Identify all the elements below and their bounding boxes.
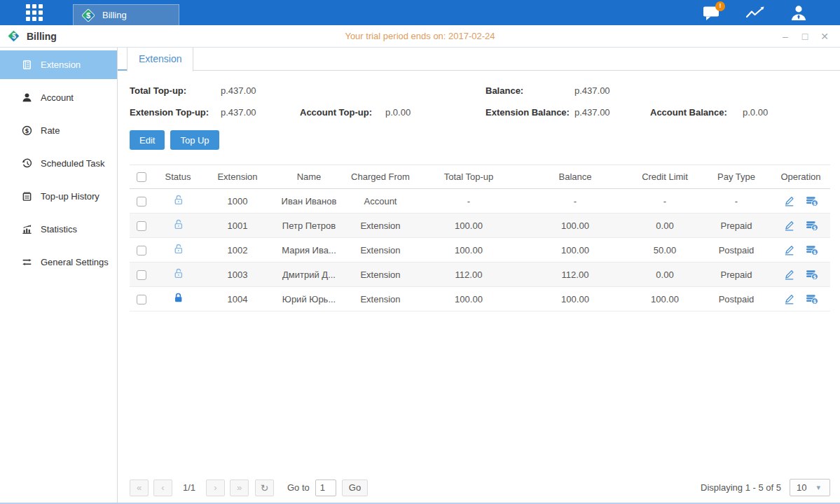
go-button[interactable]: Go [342,479,368,496]
billing-app-tab[interactable]: $ Billing [73,4,179,25]
sidebar-item-general-settings[interactable]: General Settings [0,248,117,276]
svg-text:$: $ [813,250,817,255]
top-up-coins-icon[interactable]: $ [806,220,818,231]
sidebar-item-label: Scheduled Task [41,158,105,169]
cell-charged-from: Extension [345,270,415,280]
row-checkbox[interactable] [137,270,146,280]
edit-pencil-icon[interactable] [783,293,795,305]
row-checkbox[interactable] [137,197,146,206]
messages-icon[interactable]: ! [703,5,721,21]
notepad-icon [21,191,32,202]
refresh-icon[interactable]: ↻ [255,479,274,496]
extensions-table: StatusExtensionNameCharged FromTotal Top… [130,164,830,312]
column-header-operation: Operation [771,172,830,182]
page-size-value: 10 [797,482,806,493]
top-up-coins-icon[interactable]: $ [806,269,818,280]
cell-name: Юрий Юрь... [273,294,345,304]
notification-badge: ! [715,1,725,11]
cell-charged-from: Extension [345,245,415,255]
sidebar-item-scheduled-task[interactable]: Scheduled Task [0,149,117,178]
sidebar-item-rate[interactable]: $Rate [0,116,117,145]
cell-total-topup: 100.00 [415,220,522,231]
sidebar: ExtensionAccount$RateScheduled TaskTop-u… [0,48,118,503]
cell-name: Мария Ива... [273,245,345,255]
cell-credit-limit: 0.00 [628,270,701,280]
unlocked-icon [172,267,184,279]
cell-balance: 100.00 [522,294,628,304]
tab-strip: Extension [118,48,840,71]
account-topup-value: p.0.00 [385,107,486,118]
tab-extension[interactable]: Extension [127,48,193,71]
row-checkbox[interactable] [137,295,146,304]
sidebar-item-statistics[interactable]: Statistics [0,215,117,244]
select-all-checkbox[interactable] [137,172,146,182]
total-topup-value: p.437.00 [221,85,300,96]
column-header-pay-type: Pay Type [701,172,771,182]
edit-pencil-icon[interactable] [783,244,795,256]
extension-topup-value: p.437.00 [221,107,300,118]
cell-charged-from: Extension [345,220,415,231]
displaying-count: Displaying 1 - 5 of 5 [701,482,781,493]
sidebar-item-top-up-history[interactable]: Top-up History [0,182,117,211]
coin-icon: $ [21,125,32,136]
top-bar: $ Billing ! [0,0,840,25]
svg-text:$: $ [813,225,817,231]
chevron-down-icon: ▾ [816,483,820,492]
unlocked-icon [172,194,184,206]
prev-page-button[interactable]: ‹ [153,479,172,496]
top-up-button[interactable]: Top Up [170,130,219,150]
column-header-credit-limit: Credit Limit [628,172,701,182]
cell-total-topup: - [415,196,522,206]
balance-value: p.437.00 [574,85,650,96]
sidebar-item-label: General Settings [41,257,109,267]
cell-extension: 1004 [202,294,273,304]
row-checkbox[interactable] [137,221,146,231]
top-up-coins-icon[interactable]: $ [806,195,818,206]
minimize-icon[interactable]: – [780,31,791,42]
apps-grid-icon[interactable] [26,4,43,21]
cell-credit-limit: 50.00 [628,245,701,255]
top-up-coins-icon[interactable]: $ [806,244,818,255]
cell-pay-type: Prepaid [701,220,771,231]
unlocked-icon [172,243,184,255]
cell-charged-from: Extension [345,294,415,304]
edit-pencil-icon[interactable] [783,195,795,207]
maximize-icon[interactable]: □ [799,31,811,42]
balance-label: Balance: [486,85,574,96]
reports-chart-icon[interactable] [745,5,765,21]
sidebar-item-label: Account [41,92,74,103]
svg-text:$: $ [813,274,817,280]
column-header-name: Name [273,172,345,182]
cell-name: Дмитрий Д... [273,270,345,280]
edit-pencil-icon[interactable] [783,220,795,232]
row-checkbox[interactable] [137,246,146,255]
goto-label: Go to [287,482,310,493]
edit-button[interactable]: Edit [130,130,165,150]
page-size-select[interactable]: 10 ▾ [790,479,830,496]
cell-extension: 1001 [202,220,273,231]
sidebar-item-account[interactable]: Account [0,83,117,112]
bar-chart-icon [21,224,32,235]
sidebar-item-label: Statistics [41,224,77,234]
sidebar-item-extension[interactable]: Extension [0,50,117,79]
cell-charged-from: Account [345,196,415,206]
account-balance-label: Account Balance: [650,107,743,118]
column-header-extension: Extension [202,172,273,182]
user-account-icon[interactable] [790,4,808,22]
unlocked-icon [172,218,184,230]
page-indicator: 1/1 [177,482,201,493]
ledger-icon [21,59,32,71]
column-header-status: Status [153,172,202,182]
first-page-button[interactable]: « [130,479,149,496]
edit-pencil-icon[interactable] [783,269,795,281]
goto-page-input[interactable] [315,479,336,496]
cell-credit-limit: 0.00 [628,220,701,231]
app-window: $ Billing ! [0,0,840,504]
cell-pay-type: - [701,196,771,206]
close-icon[interactable]: ✕ [819,31,830,42]
next-page-button[interactable]: › [206,479,225,496]
billing-app-tab-label: Billing [102,10,127,20]
last-page-button[interactable]: » [230,479,249,496]
top-up-coins-icon[interactable]: $ [806,293,818,304]
trial-notice: Your trial period ends on: 2017-02-24 [0,31,840,41]
